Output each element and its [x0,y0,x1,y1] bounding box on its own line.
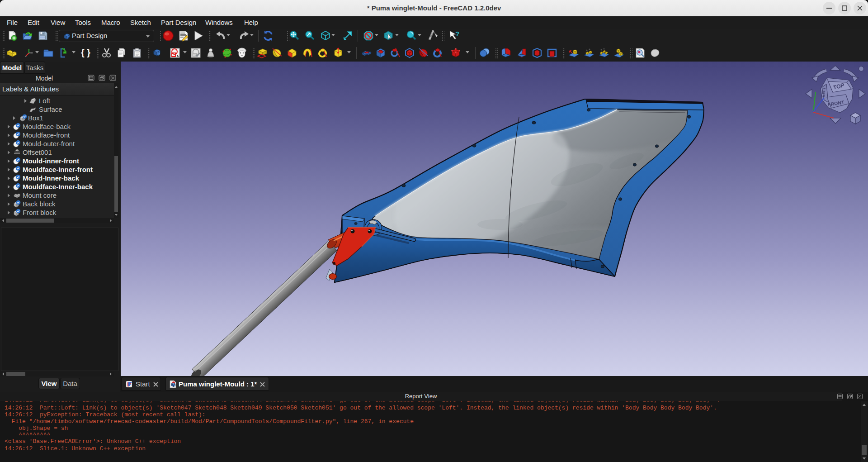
svg-text:LEFT: LEFT [821,86,826,97]
svg-text:?: ? [455,30,459,38]
svg-text:{ }: { } [81,48,90,57]
